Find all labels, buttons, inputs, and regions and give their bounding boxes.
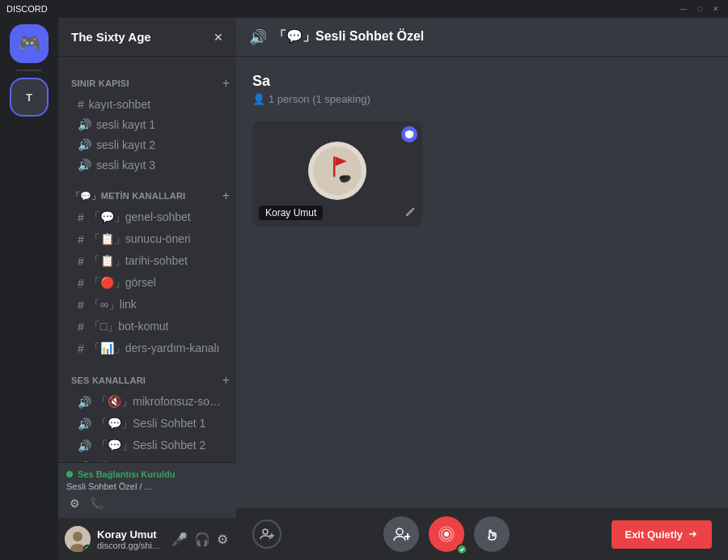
voice-area-title: Sa [252,73,712,90]
voice-activity-button[interactable] [429,516,464,552]
server-initial: T [26,91,32,104]
user-tag: discord.gg/shi... [97,541,163,550]
channel-name-tarihi: 「📋」tarihi-sohbet [89,254,188,269]
channel-sesli-kayit-3[interactable]: 🔊 sesli kayıt 3 [65,155,230,175]
invite-member-button[interactable] [383,516,419,552]
channel-sesli-sohbet-2[interactable]: 🔊 「💬」Sesli Sohbet 2 [65,435,230,456]
channel-afk[interactable]: 🔊 「2₀」AFK [65,457,230,462]
channel-sidebar: The Sixty Age ✕ SINIR KAPISI + # kayıt-s… [58,18,236,560]
channel-list: SINIR KAPISI + # kayıt-sohbet 🔊 sesli ka… [58,57,236,462]
voice-disconnect-btn[interactable]: 📞 [87,495,107,511]
svg-point-14 [396,528,403,535]
channel-name-sesli-kayit-2: sesli kayıt 2 [96,138,155,151]
add-channel-metin[interactable]: + [222,189,230,203]
mic-toggle-button[interactable]: 🎤 [170,530,189,549]
user-info: Koray Umut discord.gg/shi... [97,528,163,550]
svg-rect-7 [333,157,336,177]
channel-sesli-kayit-1[interactable]: 🔊 sesli kayıt 1 [65,115,230,134]
svg-point-11 [263,529,268,534]
hash-icon-genel: # [78,211,84,224]
channel-name-mikrofon: 「🔇」mikrofonsuz-sohb... [96,395,223,409]
user-name: Koray Umut [97,528,163,541]
voice-settings-btn[interactable]: ⚙ [66,495,83,511]
minimize-button[interactable]: — [678,3,689,15]
volume-icon-afk: 🔊 [78,461,91,462]
svg-point-19 [444,532,449,537]
server-name: The Sixty Age [71,30,151,44]
channel-gorsel[interactable]: # 「🔴」görsel [65,273,230,294]
server-header[interactable]: The Sixty Age ✕ [58,18,236,57]
channel-bot-komut[interactable]: # 「□」bot-komut [65,316,230,337]
voice-controls-bar: Exit Quietly [236,508,728,560]
user-settings-button[interactable]: ⚙ [215,530,230,549]
section-title-sinir-kapisi: SINIR KAPISI [71,78,129,88]
volume-icon-3: 🔊 [78,159,91,172]
hash-icon-link: # [78,299,84,312]
participant-name-badge-koray: Koray Umut [259,206,323,220]
channel-name-ders: 「📊」ders-yardım-kanalı [89,342,220,356]
voice-ctrl-right: Exit Quietly [612,520,712,549]
add-person-button[interactable] [252,520,281,549]
section-title-ses: SES KANALLARI [71,375,146,385]
hash-icon-gorsel: # [78,277,84,290]
section-title-metin: 「💬」METİN KANALLARI [71,190,185,202]
app-title: DISCORD [6,4,48,14]
raise-hand-button[interactable] [474,516,510,552]
hash-icon-bot: # [78,320,84,333]
section-ses-kanallari[interactable]: SES KANALLARI + [58,360,236,391]
channel-name-ss1: 「💬」Sesli Sohbet 1 [96,417,205,431]
channel-name-gorsel: 「🔴」görsel [89,276,156,291]
channel-kayit-sohbet[interactable]: # kayıt-sohbet [65,95,230,114]
channel-name-bot: 「□」bot-komut [89,320,169,334]
voice-subtitle-text: 1 person (1 speaking) [269,93,370,105]
channel-name-genel: 「💬」genel-sohbet [89,210,191,225]
channel-sesli-sohbet-1[interactable]: 🔊 「💬」Sesli Sohbet 1 [65,414,230,435]
window-controls: — □ ✕ [678,3,722,15]
person-icon: 👤 [252,93,265,105]
channel-genel-sohbet[interactable]: # 「💬」genel-sohbet [65,207,230,228]
voice-connected-status: Ses Bağlantısı Kuruldu [78,469,175,479]
channel-sesli-kayit-2[interactable]: 🔊 sesli kayıt 2 [65,135,230,155]
edit-icon [404,206,416,220]
svg-point-4 [73,532,83,541]
add-channel-ses[interactable]: + [222,373,230,388]
close-button[interactable]: ✕ [710,3,722,15]
volume-icon-2: 🔊 [78,138,91,151]
hash-icon-tarihi: # [78,255,84,268]
chevron-down-icon: ✕ [214,31,223,44]
user-controls: 🎤 🎧 ⚙ [170,530,230,549]
channel-tarihi-sohbet[interactable]: # 「📋」tarihi-sohbet [65,251,230,272]
exit-quietly-label: Exit Quietly [624,528,683,541]
user-panel: Koray Umut discord.gg/shi... 🎤 🎧 ⚙ [58,518,236,560]
channel-header: 🔊 「💬」Sesli Sohbet Özel [236,18,728,57]
headphone-toggle-button[interactable]: 🎧 [193,530,212,549]
volume-icon-ss1: 🔊 [78,418,91,431]
user-avatar [65,526,91,552]
connected-dot [66,471,73,477]
shield-mod-icon [401,126,417,142]
server-sidebar: 🎮 T [0,18,58,560]
channel-name-link: 「∞」link [89,298,137,312]
participant-name-koray: Koray Umut [265,207,316,218]
channel-name-sunucu: 「📋」sunucu-öneri [89,232,191,247]
voice-ctrl-left [252,520,281,549]
channel-link[interactable]: # 「∞」link [65,295,230,316]
channel-sunucu-oneri[interactable]: # 「📋」sunucu-öneri [65,229,230,250]
add-channel-sinir-kapisi[interactable]: + [222,76,230,91]
section-sinir-kapisi[interactable]: SINIR KAPISI + [58,63,236,94]
section-metin-kanallari[interactable]: 「💬」METİN KANALLARI + [58,176,236,206]
discord-home-button[interactable]: 🎮 [10,24,49,63]
channel-name-kayit-sohbet: kayıt-sohbet [89,98,150,111]
channel-ders-yardim[interactable]: # 「📊」ders-yardım-kanalı [65,338,230,359]
server-icon-the-sixty-age[interactable]: T [10,78,49,117]
svg-point-6 [313,146,362,195]
exit-quietly-button[interactable]: Exit Quietly [612,520,712,549]
channel-name-sesli-kayit-1: sesli kayıt 1 [96,118,155,131]
participant-avatar-koray [308,142,366,200]
channel-name-sesli-kayit-3: sesli kayıt 3 [96,159,155,172]
channel-mikrofonsuz[interactable]: 🔊 「🔇」mikrofonsuz-sohb... [65,392,230,413]
participant-card-koray: Koray Umut [252,121,422,227]
maximize-button[interactable]: □ [694,3,705,15]
volume-icon-mikrofon: 🔊 [78,396,91,409]
voice-connected-actions: ⚙ 📞 [66,495,228,511]
